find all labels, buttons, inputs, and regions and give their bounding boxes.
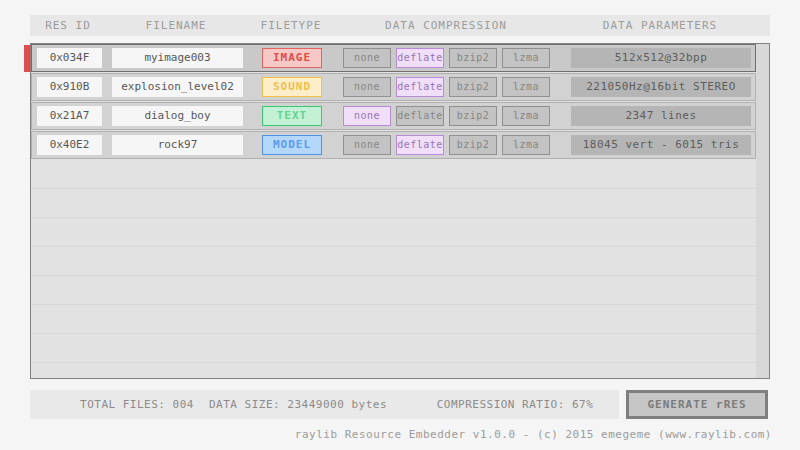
scrollbar-track[interactable] xyxy=(756,44,769,378)
data-parameters-value: 18045 vert - 6015 tris xyxy=(571,135,751,155)
filetype-badge[interactable]: IMAGE xyxy=(262,48,322,68)
selected-row-indicator xyxy=(24,45,30,72)
compression-option[interactable]: none xyxy=(343,77,391,97)
compression-option[interactable]: deflate xyxy=(396,106,444,126)
compression-option[interactable]: lzma xyxy=(502,135,550,155)
status-bar: TOTAL FILES: 004 DATA SIZE: 23449000 byt… xyxy=(30,390,619,419)
table-header: RES ID FILENAME FILETYPE DATA COMPRESSIO… xyxy=(30,15,770,36)
total-files-label: TOTAL FILES: 004 xyxy=(80,390,194,419)
compression-option[interactable]: deflate xyxy=(396,135,444,155)
compression-option[interactable]: bzip2 xyxy=(449,48,497,68)
generate-rres-button[interactable]: GENERATE rRES xyxy=(626,390,768,419)
compression-ratio-label: COMPRESSION RATIO: 67% xyxy=(437,390,594,419)
compression-option[interactable]: none xyxy=(343,106,391,126)
empty-list-slot xyxy=(31,160,756,189)
header-res-id: RES ID xyxy=(45,15,91,36)
compression-option[interactable]: bzip2 xyxy=(449,106,497,126)
footer-credit: raylib Resource Embedder v1.0.0 - (c) 20… xyxy=(295,428,772,441)
empty-list-slot xyxy=(31,247,756,276)
filetype-badge[interactable]: TEXT xyxy=(262,106,322,126)
compression-option[interactable]: lzma xyxy=(502,48,550,68)
res-id-field[interactable]: 0x034F xyxy=(37,48,102,68)
table-row[interactable]: 0x40E2 rock97 MODEL none deflate bzip2 l… xyxy=(31,131,756,159)
data-parameters-value: 2347 lines xyxy=(571,106,751,126)
header-filetype: FILETYPE xyxy=(261,15,322,36)
empty-list-slot xyxy=(31,189,756,218)
empty-list-slot xyxy=(31,218,756,247)
header-data-parameters: DATA PARAMETERS xyxy=(603,15,717,36)
empty-list-slot xyxy=(31,276,756,305)
res-id-field[interactable]: 0x21A7 xyxy=(37,106,102,126)
filename-field[interactable]: dialog_boy xyxy=(112,106,243,126)
data-size-label: DATA SIZE: 23449000 bytes xyxy=(209,390,387,419)
table-row[interactable]: 0x910B explosion_level02 SOUND none defl… xyxy=(31,73,756,101)
filetype-badge[interactable]: MODEL xyxy=(262,135,322,155)
compression-option[interactable]: bzip2 xyxy=(449,77,497,97)
compression-option[interactable]: lzma xyxy=(502,106,550,126)
compression-option[interactable]: bzip2 xyxy=(449,135,497,155)
header-filename: FILENAME xyxy=(146,15,207,36)
compression-option[interactable]: deflate xyxy=(396,77,444,97)
table-row[interactable]: 0x034F myimage003 IMAGE none deflate bzi… xyxy=(31,44,756,72)
filetype-badge[interactable]: SOUND xyxy=(262,77,322,97)
compression-option[interactable]: lzma xyxy=(502,77,550,97)
header-data-compression: DATA COMPRESSION xyxy=(385,15,507,36)
compression-option[interactable]: none xyxy=(343,48,391,68)
res-id-field[interactable]: 0x40E2 xyxy=(37,135,102,155)
resource-list: 0x034F myimage003 IMAGE none deflate bzi… xyxy=(30,43,770,379)
resource-embedder-window: RES ID FILENAME FILETYPE DATA COMPRESSIO… xyxy=(0,0,800,450)
filename-field[interactable]: rock97 xyxy=(112,135,243,155)
filename-field[interactable]: explosion_level02 xyxy=(112,77,243,97)
data-parameters-value: 512x512@32bpp xyxy=(571,48,751,68)
data-parameters-value: 221050Hz@16bit STEREO xyxy=(571,77,751,97)
filename-field[interactable]: myimage003 xyxy=(112,48,243,68)
empty-list-slot xyxy=(31,334,756,363)
empty-list-slot xyxy=(31,363,756,379)
compression-option[interactable]: none xyxy=(343,135,391,155)
res-id-field[interactable]: 0x910B xyxy=(37,77,102,97)
compression-option[interactable]: deflate xyxy=(396,48,444,68)
table-row[interactable]: 0x21A7 dialog_boy TEXT none deflate bzip… xyxy=(31,102,756,130)
empty-list-slot xyxy=(31,305,756,334)
